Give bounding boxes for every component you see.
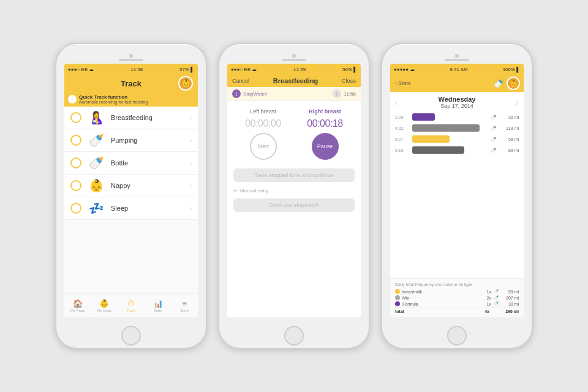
entry-time-0: 1:09: [395, 115, 409, 119]
quick-track-subtitle: Automatic recording for fast tracking: [79, 100, 148, 104]
stats-back-label: Stats: [398, 80, 411, 86]
legend-count-2: 1x: [480, 302, 491, 306]
left-breast-col: Left breast 00:00:00 Start: [245, 108, 281, 160]
stats-entry-2: 8:07 🍼 59 ml: [390, 134, 524, 145]
total-count: 4x: [478, 309, 489, 314]
manual-entry-button[interactable]: ✏ Manual entry: [227, 186, 361, 196]
day-of-week: Wednesday: [439, 96, 476, 103]
menu-item-bottle[interactable]: 🍼 Bottle ›: [64, 152, 198, 175]
entry-bar-container-0: [412, 113, 487, 121]
stopwatch-label: StopWatch: [243, 91, 333, 97]
stats-entry-0: 1:09 🍼 30 ml: [390, 111, 524, 123]
legend-dot-1: [395, 295, 400, 300]
save-stopped-time-button[interactable]: Save stopped time and continue: [233, 168, 355, 182]
menu-item-pumping[interactable]: 🍼 Pumping ›: [64, 129, 198, 152]
breastfeeding-circle: [70, 112, 81, 123]
stats-bottle-icon: 🍼: [494, 78, 504, 88]
sleep-icon: 💤: [86, 201, 106, 216]
tab-track-label: Track: [127, 309, 136, 312]
nappy-icon: 👶: [86, 178, 106, 193]
bottle-chevron: ›: [190, 160, 192, 167]
full-date: Sep 17, 2014: [439, 103, 476, 109]
legend-amount-2: 30 ml: [502, 302, 519, 306]
status-left-3: ●●●●● ☁: [394, 67, 415, 72]
status-bar-2: ●●●○ EE ☁ 11:59 56% ▌: [227, 64, 361, 75]
tab-my-baby[interactable]: 👶 My Baby: [91, 299, 118, 312]
avatar-3: 👶: [507, 77, 520, 90]
legend-label-2: Formula: [402, 302, 478, 306]
stopwatch-bar: 1 StopWatch 2 11:58: [227, 87, 361, 101]
entry-time-3: 9:16: [395, 148, 409, 153]
date-display: Wednesday Sep 17, 2014: [439, 96, 476, 109]
bf-timers: Left breast 00:00:00 Start Right breast …: [227, 101, 361, 165]
entry-bar-container-1: [412, 124, 487, 132]
tab-my-page-label: My Page: [70, 309, 85, 312]
legend-dot-0: [395, 289, 400, 294]
phone-3-screen: ●●●●● ☁ 9:41 AM 100% ▌ ‹ Stats 🍼 👶 ‹ Wed…: [390, 64, 524, 317]
quick-track-banner: i Quick Track function Automatic recordi…: [64, 92, 198, 107]
entry-amount-3: 89 ml: [500, 148, 519, 153]
bottle-marker-2: 🍼: [491, 137, 497, 142]
stats-timeline: 1:09 🍼 30 ml 4:32 🍼 118 ml 8:0: [390, 110, 524, 278]
title-bar-1: Track 👶: [64, 75, 198, 92]
menu-item-breastfeeding[interactable]: 🤱 Breastfeeding ›: [64, 107, 198, 129]
stats-icon: 📊: [153, 299, 163, 308]
status-bar-3: ●●●●● ☁ 9:41 AM 100% ▌: [390, 64, 524, 75]
legend-row-0: breastmilk 1x 🍼 59 ml: [395, 289, 519, 294]
stats-entry-3: 9:16 🍼 89 ml: [390, 145, 524, 156]
bottle-marker-0: 🍼: [491, 115, 497, 120]
entry-amount-0: 30 ml: [500, 115, 519, 119]
total-label: total: [395, 309, 478, 314]
tab-more[interactable]: ≡ More: [171, 299, 198, 312]
left-breast-label: Left breast: [250, 108, 276, 115]
status-time-3: 9:41 AM: [450, 67, 467, 72]
avatar-1: 👶: [178, 76, 193, 91]
nappy-circle: [70, 180, 81, 191]
start-button[interactable]: Start: [250, 133, 277, 160]
bottle-icon: 🍼: [86, 156, 106, 170]
home-button-3[interactable]: [447, 326, 467, 345]
next-day-button[interactable]: ›: [516, 97, 519, 107]
entry-amount-2: 59 ml: [500, 137, 519, 141]
pumping-icon: 🍼: [86, 133, 106, 148]
no-stopwatch-button[interactable]: Don't use stopwatch: [233, 198, 355, 212]
menu-item-nappy[interactable]: 👶 Nappy ›: [64, 175, 198, 197]
tab-track[interactable]: ⏱ Track: [118, 299, 145, 312]
tab-stats[interactable]: 📊 Stats: [145, 299, 172, 312]
prev-day-button[interactable]: ‹: [395, 97, 398, 107]
legend-icon-2: 🍼: [494, 301, 499, 306]
status-left-2: ●●●○ EE ☁: [231, 67, 257, 72]
pencil-icon: ✏: [233, 188, 238, 194]
home-button-1[interactable]: [121, 326, 141, 345]
menu-item-sleep[interactable]: 💤 Sleep ›: [64, 197, 198, 220]
daily-title: Daily total frequency and volume by type: [395, 282, 519, 287]
phone-2: ●●●○ EE ☁ 11:59 56% ▌ Cancel Breastfeedi…: [218, 43, 370, 349]
status-time-1: 11:58: [130, 67, 143, 72]
entry-bar-container-3: [412, 146, 487, 154]
entry-bar-3: [412, 146, 464, 154]
stats-back-button[interactable]: ‹ Stats: [395, 80, 411, 86]
tab-my-page[interactable]: 🏠 My Page: [64, 299, 91, 312]
entry-bar-0: [412, 113, 435, 121]
pause-button[interactable]: Pause: [312, 133, 339, 160]
phone-1: ●●●○ EE ☁ 11:58 57% ▌ Track 👶 i Quick Tr…: [55, 43, 207, 349]
breastfeeding-label: Breastfeeding: [111, 114, 185, 121]
breastfeeding-icon: 🤱: [86, 110, 106, 125]
bottle-marker-1: 🍼: [491, 126, 497, 131]
cancel-button[interactable]: Cancel: [232, 78, 249, 84]
legend-row-1: Mix 2x 🍼 207 ml: [395, 295, 519, 300]
stats-total-row: total 4x 296 ml: [395, 307, 519, 314]
legend-amount-1: 207 ml: [502, 296, 519, 300]
phone-3: ●●●●● ☁ 9:41 AM 100% ▌ ‹ Stats 🍼 👶 ‹ Wed…: [381, 43, 533, 349]
phone-2-screen: ●●●○ EE ☁ 11:59 56% ▌ Cancel Breastfeedi…: [227, 64, 361, 317]
close-button[interactable]: Close: [342, 78, 356, 84]
entry-amount-1: 118 ml: [500, 126, 519, 130]
stopwatch-num-2: 2: [333, 89, 341, 98]
entry-bar-container-2: [412, 135, 487, 143]
stats-nav-row: ‹ Wednesday Sep 17, 2014 ›: [390, 92, 524, 110]
right-breast-label: Right breast: [309, 108, 341, 115]
stopwatch-time: 11:58: [344, 91, 356, 97]
tab-my-baby-label: My Baby: [97, 309, 111, 312]
home-button-2[interactable]: [284, 326, 304, 345]
status-bar-1: ●●●○ EE ☁ 11:58 57% ▌: [64, 64, 198, 75]
